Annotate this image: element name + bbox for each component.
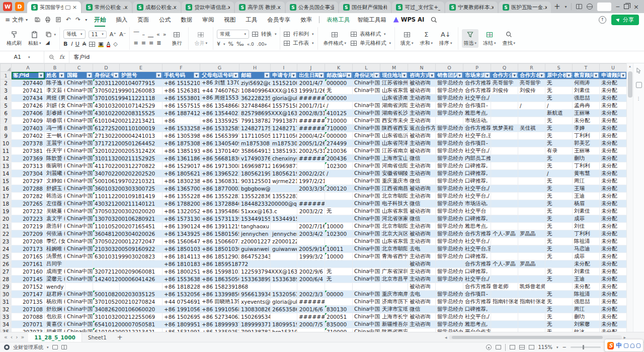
align-top-icon[interactable]: ⎺: [133, 31, 139, 38]
filter-dropdown-button[interactable]: ▼: [113, 72, 119, 78]
filter-dropdown-button[interactable]: ▼: [194, 72, 199, 78]
cell[interactable]: +86 1355228364: [200, 193, 239, 200]
cell[interactable]: 102300: [325, 230, 353, 238]
cell[interactable]: 罗晶晶: [518, 230, 545, 238]
system-plugin-label[interactable]: 业财管理系统: [13, 344, 43, 351]
cell[interactable]: 未分配: [600, 140, 627, 147]
cell[interactable]: 151521001: [271, 79, 297, 87]
cell[interactable]: 平台合作方: [463, 328, 491, 332]
cell[interactable]: 王丽琳: [573, 110, 600, 117]
cell[interactable]: 799138782: [239, 328, 271, 332]
cell[interactable]: [353, 260, 380, 268]
cell[interactable]: 无: [545, 117, 573, 125]
cell[interactable]: 370105200210270824: [93, 298, 163, 306]
file-tab[interactable]: S医护五险一金.xlsx: [499, 2, 551, 13]
cell[interactable]: 留学总经办: [436, 328, 463, 332]
underline-button[interactable]: U: [75, 41, 79, 47]
italic-button[interactable]: I: [70, 41, 72, 47]
cell[interactable]: +86 1533258500: [200, 125, 239, 132]
cell[interactable]: [518, 245, 545, 253]
cell[interactable]: 无: [545, 276, 573, 283]
cell[interactable]: [518, 215, 545, 223]
cell[interactable]: 411702200312270822: [93, 162, 163, 170]
cell[interactable]: 207073: [12, 328, 45, 332]
cell[interactable]: 北京市昌平: [380, 276, 408, 283]
cell[interactable]: 180562199: [271, 170, 297, 178]
search-icon[interactable]: [431, 17, 437, 23]
cell[interactable]: [297, 238, 325, 245]
cell[interactable]: 327484864: [239, 102, 271, 110]
cell[interactable]: z20001227: [239, 238, 271, 245]
cell[interactable]: +86 15332585: [163, 125, 200, 132]
cell[interactable]: 207219: [12, 223, 45, 230]
cell[interactable]: guiwanwei: [239, 245, 271, 253]
col-header[interactable]: U: [600, 64, 627, 72]
row-header[interactable]: 28: [1, 276, 12, 283]
cell[interactable]: [518, 162, 545, 170]
row-header[interactable]: 8: [1, 125, 12, 132]
cell[interactable]: 刘素佳: [573, 268, 600, 276]
row-header[interactable]: 15: [1, 178, 12, 185]
customize-toolbar-icon[interactable]: ▾: [85, 18, 87, 22]
vertical-scrollbar[interactable]: ▴: [626, 63, 633, 332]
cell[interactable]: China中国: [65, 140, 93, 147]
number-format-select[interactable]: 常规▾: [217, 30, 249, 39]
cell[interactable]: 未分配: [600, 147, 627, 155]
cell[interactable]: China中国: [65, 291, 93, 298]
cell[interactable]: 马恋迪: [573, 245, 600, 253]
filter-dropdown-button[interactable]: ▼: [566, 72, 572, 78]
cell[interactable]: ########: [297, 313, 325, 321]
cell[interactable]: +86 1372884680: [200, 200, 239, 208]
cell[interactable]: 留学总经办: [436, 87, 463, 95]
cell[interactable]: 去电: [408, 291, 436, 298]
cell[interactable]: [518, 185, 545, 193]
filter-dropdown-button[interactable]: ▼: [401, 72, 407, 78]
cell[interactable]: 刘晨曦 (女: [45, 170, 65, 178]
cell[interactable]: 王迪: [573, 193, 600, 200]
cell[interactable]: China中国: [65, 87, 93, 95]
cell[interactable]: 指南针张老: [518, 298, 545, 306]
cell[interactable]: wendy: [45, 283, 65, 291]
cell[interactable]: 新疆维吾尔: [380, 321, 408, 328]
upload-cloud-icon[interactable]: ↑: [599, 16, 606, 24]
cell[interactable]: 山东省东营: [380, 87, 408, 95]
cell[interactable]: [325, 260, 353, 268]
cell[interactable]: ########: [297, 95, 325, 102]
cell[interactable]: [325, 215, 353, 223]
cell[interactable]: 未分配: [600, 223, 627, 230]
cell[interactable]: 102300: [325, 162, 353, 170]
cell[interactable]: 2005/9/16: [297, 245, 325, 253]
header-cell[interactable]: 父母电话号码▼: [200, 72, 239, 79]
close-tab-icon[interactable]: ×: [72, 5, 77, 10]
cell[interactable]: 留学总经办: [436, 268, 463, 276]
cell[interactable]: China中国: [65, 110, 93, 117]
cell[interactable]: 衡琬明 (女: [45, 162, 65, 170]
rows-columns-button[interactable]: 行和列▾: [284, 31, 313, 38]
cell[interactable]: 110105200207165451: [93, 223, 163, 230]
cell[interactable]: +86 15026953: [163, 313, 200, 321]
menu-item[interactable]: 公式: [158, 14, 171, 26]
cell[interactable]: +86 1599810321: [200, 268, 239, 276]
name-box[interactable]: A1 ▾: [0, 51, 44, 63]
font-name-select[interactable]: 等线▾: [63, 30, 86, 39]
col-header[interactable]: O: [436, 64, 463, 72]
cell[interactable]: 2002/3/3: [297, 291, 325, 298]
file-tab[interactable]: S国任财产保险样本.x: [339, 2, 391, 13]
cell[interactable]: +86 18002510: [163, 268, 200, 276]
cell[interactable]: 舒妍玉 (女: [45, 185, 65, 193]
system-plugin-icon[interactable]: [4, 344, 10, 350]
cell[interactable]: +86: [163, 117, 200, 125]
cell[interactable]: +44 07546918: [163, 298, 200, 306]
cell[interactable]: [297, 193, 325, 200]
cell[interactable]: 黄嘉仪 (女: [45, 321, 65, 328]
cell[interactable]: 835000: [325, 321, 353, 328]
cell[interactable]: 654101200007050581: [93, 321, 163, 328]
cell[interactable]: 江苏省徐州: [380, 79, 408, 87]
cell[interactable]: 山东省东营: [380, 208, 408, 215]
cell[interactable]: [491, 306, 518, 313]
cell[interactable]: 留学总经办: [436, 313, 463, 321]
cell[interactable]: 无: [545, 178, 573, 185]
header-cell[interactable]: 身份证号▼: [93, 72, 120, 79]
cell[interactable]: [353, 283, 380, 291]
cell[interactable]: ########: [297, 298, 325, 306]
